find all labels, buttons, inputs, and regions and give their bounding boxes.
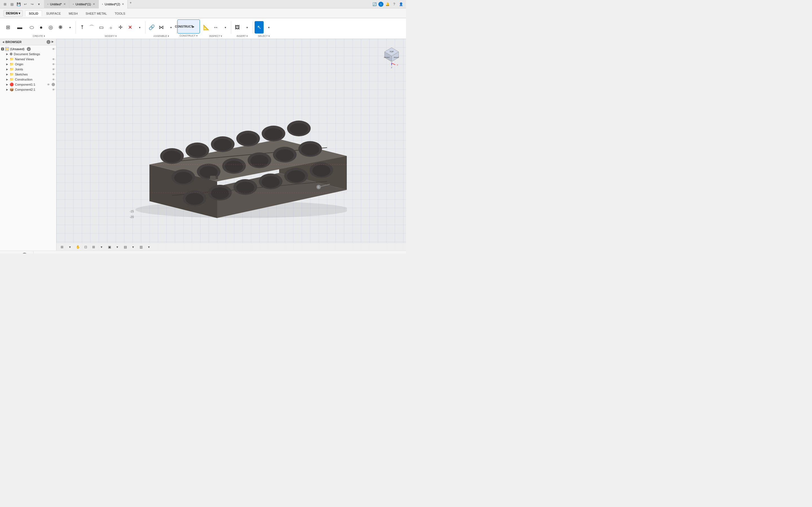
tab-close-icon[interactable]: ✕ xyxy=(63,3,66,6)
object-dropdown[interactable]: ▾ xyxy=(146,244,152,250)
app-menu-icon[interactable]: ▤ xyxy=(9,1,15,7)
tab-label: Untitled* xyxy=(50,3,62,6)
browser-title: BROWSER xyxy=(5,40,21,44)
insert-button[interactable]: 🖼 xyxy=(233,21,242,34)
axis-label-y: -20 xyxy=(130,216,134,219)
new-tab-button[interactable]: + xyxy=(128,0,133,6)
fillet-button[interactable]: ⌒ xyxy=(87,21,96,34)
tab-sheet-metal[interactable]: SHEET METAL xyxy=(82,10,110,16)
tree-document-settings[interactable]: ▶ ⚙ Document Settings xyxy=(0,52,56,57)
move-button[interactable]: ✛ xyxy=(116,21,125,34)
app-grid-icon[interactable]: ⊞ xyxy=(2,1,8,7)
coil-button[interactable]: ❋ xyxy=(56,21,65,34)
cylinder-button[interactable]: ⬭ xyxy=(27,21,36,34)
insert-dropdown[interactable]: ▾ xyxy=(243,21,252,34)
browser-expand-icon[interactable]: ▶ xyxy=(52,40,54,44)
eye-icon[interactable]: 👁 xyxy=(52,88,55,91)
more-button[interactable]: ▾ xyxy=(36,1,42,7)
select-group: ↖ ▾ SELECT ▾ xyxy=(253,21,274,34)
inspect-dropdown[interactable]: ▾ xyxy=(221,21,230,34)
user-icon[interactable]: 👤 xyxy=(398,1,404,7)
zoom-window-button[interactable]: ⊞ xyxy=(90,244,97,250)
tree-component2[interactable]: ▶ 📦 Component2:1 👁 xyxy=(0,87,56,92)
help-icon[interactable]: ? xyxy=(391,1,397,7)
browser-header: ◀ BROWSER i ▶ xyxy=(0,39,56,45)
torus-button[interactable]: ◎ xyxy=(46,21,55,34)
draft-button[interactable]: ⬦ xyxy=(106,21,115,34)
eye-icon[interactable]: 👁 xyxy=(52,68,55,71)
tab-mesh[interactable]: MESH xyxy=(65,10,82,16)
account-badge[interactable]: 1 xyxy=(378,2,384,7)
pan-button[interactable]: ✋ xyxy=(74,244,81,250)
refresh-icon[interactable]: 🔄 xyxy=(371,1,377,7)
tab-untitled2[interactable]: ▪ Untitled*(2) ✕ xyxy=(99,0,128,8)
modify-dropdown[interactable]: ▾ xyxy=(135,21,144,34)
eye-icon[interactable]: 👁 xyxy=(52,78,55,81)
select-button[interactable]: ↖ xyxy=(255,21,264,34)
construction-folder-icon: 📁 xyxy=(10,77,14,81)
zoom-dropdown[interactable]: ▾ xyxy=(98,244,105,250)
sphere-button[interactable]: ● xyxy=(37,21,46,34)
redo-button[interactable]: ↪ xyxy=(29,1,35,7)
display-dropdown[interactable]: ▾ xyxy=(114,244,121,250)
zoom-extent-button[interactable]: ⊡ xyxy=(82,244,89,250)
new-component-button[interactable]: ⊞ xyxy=(3,21,12,34)
select-dropdown[interactable]: ▾ xyxy=(264,21,273,34)
create-dropdown[interactable]: ▾ xyxy=(65,21,74,34)
assemble-dropdown[interactable]: ▾ xyxy=(166,21,175,34)
tab-tools[interactable]: TOOLS xyxy=(111,10,129,16)
sphere-icon: ● xyxy=(40,24,43,31)
sketches-folder-icon: 📁 xyxy=(10,72,14,76)
eye-icon[interactable]: 👁 xyxy=(52,58,55,61)
tree-root[interactable]: ▼ 📁 (Unsaved) ● 👁 xyxy=(0,47,56,52)
tab-close-icon[interactable]: ✕ xyxy=(93,3,95,6)
eye-toggle-icon[interactable]: 👁 xyxy=(52,48,55,51)
joint-icon: 🔗 xyxy=(149,24,155,31)
tabs-container: ▪ Untitled* ✕ ▪ Untitled*(1) ✕ ▪ Untitle… xyxy=(44,0,369,8)
eye-icon[interactable]: 👁 xyxy=(52,73,55,76)
undo-button[interactable]: ↩ xyxy=(22,1,28,7)
design-dropdown[interactable]: DESIGN ▾ xyxy=(3,10,23,17)
browser-info-button[interactable]: i xyxy=(47,40,50,44)
tab-solid[interactable]: SOLID xyxy=(25,10,42,16)
box-button[interactable]: ▬ xyxy=(13,21,27,34)
view-cube[interactable]: TOP FRONT RIGHT Z X xyxy=(382,43,402,63)
comments-info-button[interactable]: i xyxy=(22,252,27,254)
tab-untitled[interactable]: ▪ Untitled* ✕ xyxy=(44,0,69,8)
item-arrow-icon: ▶ xyxy=(6,53,8,55)
display-mode-button[interactable]: ▣ xyxy=(106,244,113,250)
viewport[interactable]: -15 -20 TOP FRONT RIGHT Z xyxy=(56,39,406,251)
shell-button[interactable]: ▭ xyxy=(97,21,106,34)
tab-surface[interactable]: SURFACE xyxy=(43,10,64,16)
tree-component1[interactable]: ▶ 🔴 Component1:1 👁 xyxy=(0,82,56,87)
tab-close-icon[interactable]: ✕ xyxy=(122,3,124,6)
press-pull-button[interactable]: ⤒ xyxy=(78,21,87,34)
tree-construction[interactable]: ▶ 📁 Construction 👁 xyxy=(0,77,56,82)
visual-style-button[interactable]: ▤ xyxy=(122,244,129,250)
construct-dropdown[interactable]: ▶ xyxy=(189,20,198,33)
viewport-dropdown[interactable]: ▾ xyxy=(66,244,73,250)
joint-button[interactable]: 🔗 xyxy=(147,21,156,34)
tree-origin[interactable]: ▶ 📁 Origin 👁 xyxy=(0,62,56,67)
measure-button[interactable]: 📐 xyxy=(202,21,211,34)
tree-named-views[interactable]: ▶ 📁 Named Views 👁 xyxy=(0,57,56,62)
save-button[interactable]: 💾 xyxy=(16,1,21,7)
construct-main-button[interactable]: CONSTRUCT xyxy=(179,20,188,33)
root-expand-icon[interactable]: ▼ xyxy=(1,48,4,50)
notifications-icon[interactable]: 🔔 xyxy=(385,1,390,7)
tree-joints[interactable]: ▶ 📁 Joints 👁 xyxy=(0,67,56,72)
delete-button[interactable]: ✕ xyxy=(125,21,135,34)
tab-label: Untitled*(1) xyxy=(75,3,91,6)
cup-11-inner xyxy=(276,149,294,161)
x-axis xyxy=(392,63,395,65)
tree-sketches[interactable]: ▶ 📁 Sketches 👁 xyxy=(0,72,56,77)
tab-untitled1[interactable]: ▪ Untitled*(1) ✕ xyxy=(69,0,99,8)
rigid-group-button[interactable]: ⋈ xyxy=(157,21,166,34)
browser-collapse-icon[interactable]: ◀ xyxy=(2,41,4,43)
grid-snap-button[interactable]: ⊞ xyxy=(59,244,65,250)
eye-icon[interactable]: 👁 xyxy=(47,83,50,86)
object-display-button[interactable]: ▥ xyxy=(138,244,144,250)
visual-dropdown[interactable]: ▾ xyxy=(130,244,137,250)
eye-icon[interactable]: 👁 xyxy=(52,63,55,66)
interference-button[interactable]: ↔ xyxy=(211,21,220,34)
